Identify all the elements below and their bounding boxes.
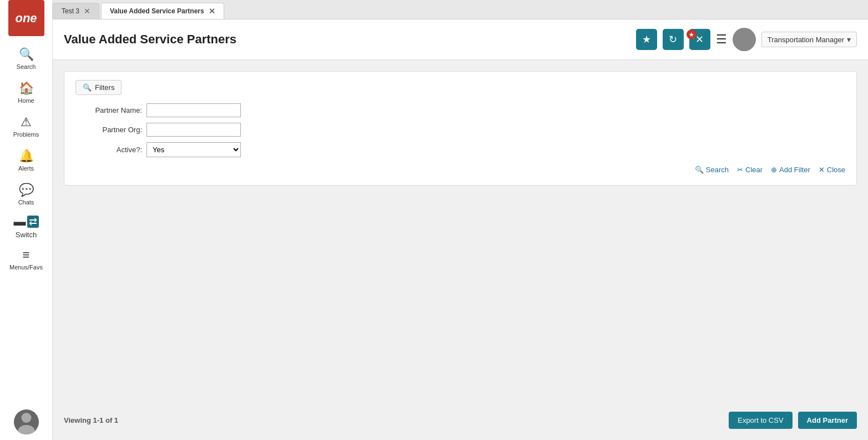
switch-arrows-icon: ⇄ [27, 216, 39, 228]
sidebar-item-label: Switch [16, 231, 37, 239]
user-avatar-header[interactable] [733, 28, 756, 51]
star-icon: ★ [642, 33, 651, 46]
menu-icon: ≡ [23, 248, 30, 262]
viewing-range: 1-1 [93, 416, 105, 424]
dropdown-arrow-icon: ▾ [847, 35, 851, 44]
scissors-icon: ✂ [737, 166, 743, 174]
sidebar-item-alerts[interactable]: 🔔 Alerts [0, 143, 52, 177]
clear-link-label: Clear [745, 166, 763, 174]
active-select[interactable]: Yes No All [147, 142, 241, 157]
plus-icon: ⊕ [771, 166, 777, 174]
sidebar-avatar[interactable] [14, 409, 39, 434]
sidebar-item-label: Alerts [18, 165, 34, 172]
sidebar-item-menus[interactable]: ≡ Menus/Favs [0, 242, 52, 276]
svg-point-2 [740, 31, 749, 40]
close-icon: ✕ [819, 166, 825, 174]
content-area: 🔍 Filters Partner Name: Partner Org: Act… [53, 60, 868, 440]
tab-label: Test 3 [62, 7, 79, 15]
warning-icon: ⚠ [21, 115, 32, 129]
partner-org-input[interactable] [147, 123, 241, 137]
sidebar-item-label: Search [17, 63, 36, 70]
viewing-label: Viewing [64, 416, 91, 424]
filter-row-partner-name: Partner Name: [75, 103, 845, 117]
search-link[interactable]: 🔍 Search [695, 166, 729, 174]
user-dropdown[interactable]: Transportation Manager ▾ [761, 32, 857, 47]
tab-test3[interactable]: Test 3 ✕ [53, 3, 99, 19]
add-filter-link[interactable]: ⊕ Add Filter [771, 166, 810, 174]
filters-panel: 🔍 Filters Partner Name: Partner Org: Act… [64, 71, 857, 186]
notification-badge: ★ [687, 29, 697, 39]
tab-vasp[interactable]: Value Added Service Partners ✕ [101, 3, 224, 19]
notifications-icon[interactable]: ☰ [716, 32, 727, 46]
filter-actions: 🔍 Search ✂ Clear ⊕ Add Filter ✕ Close [75, 166, 845, 174]
logo-text: one [15, 11, 37, 26]
page-title: Value Added Service Partners [64, 32, 236, 47]
sidebar-item-switch[interactable]: ▬ ⇄ Switch [0, 211, 52, 242]
sidebar-item-label: Menus/Favs [9, 264, 43, 271]
filters-tab-label: Filters [95, 83, 114, 92]
sidebar-item-search[interactable]: 🔍 Search [0, 42, 52, 76]
sidebar-item-home[interactable]: 🏠 Home [0, 76, 52, 109]
svg-point-0 [21, 413, 31, 423]
tab-label: Value Added Service Partners [110, 7, 204, 15]
filters-tab[interactable]: 🔍 Filters [75, 80, 122, 95]
header-right: ★ ↻ ✕ ☰ ★ Transportation [636, 28, 857, 51]
active-label: Active?: [75, 146, 142, 154]
refresh-icon: ↻ [669, 33, 677, 46]
svg-point-1 [18, 425, 34, 434]
refresh-button[interactable]: ↻ [663, 29, 684, 50]
tab-close-vasp[interactable]: ✕ [209, 7, 215, 15]
filter-row-active: Active?: Yes No All [75, 142, 845, 157]
filter-row-partner-org: Partner Org: [75, 123, 845, 137]
viewing-total: 1 [114, 416, 118, 424]
app-logo[interactable]: one [8, 0, 44, 36]
add-filter-link-label: Add Filter [779, 166, 810, 174]
user-name: Transportation Manager [768, 36, 844, 44]
search-link-label: Search [706, 166, 729, 174]
sidebar: one 🔍 Search 🏠 Home ⚠ Problems 🔔 Alerts … [0, 0, 53, 440]
main-content: Test 3 ✕ Value Added Service Partners ✕ … [53, 0, 868, 440]
bell-icon: 🔔 [19, 149, 34, 163]
viewing-of: of [105, 416, 112, 424]
content-footer: Viewing 1-1 of 1 Export to CSV Add Partn… [64, 403, 857, 429]
viewing-text: Viewing 1-1 of 1 [64, 416, 118, 424]
sidebar-item-label: Chats [18, 199, 34, 206]
close-link-label: Close [827, 166, 845, 174]
partner-name-label: Partner Name: [75, 106, 142, 114]
switch-icons: ▬ ⇄ [14, 214, 39, 229]
filter-icon: 🔍 [83, 83, 92, 92]
notification-area: ☰ ★ [716, 32, 727, 47]
search-icon: 🔍 [695, 166, 704, 174]
user-avatar-sidebar [14, 409, 39, 434]
svg-point-3 [736, 42, 752, 51]
close-link[interactable]: ✕ Close [819, 166, 845, 174]
sidebar-item-label: Problems [13, 131, 39, 138]
footer-buttons: Export to CSV Add Partner [729, 412, 857, 429]
partner-org-label: Partner Org: [75, 126, 142, 134]
add-partner-button[interactable]: Add Partner [798, 412, 857, 429]
sidebar-item-label: Home [18, 97, 34, 104]
close-icon: ✕ [695, 33, 704, 46]
home-icon: 🏠 [19, 81, 34, 96]
partner-name-input[interactable] [147, 103, 241, 117]
page-header: Value Added Service Partners ★ ↻ ✕ ☰ ★ [53, 19, 868, 60]
export-csv-button[interactable]: Export to CSV [729, 412, 792, 429]
search-icon: 🔍 [19, 47, 34, 62]
chat-icon: 💬 [19, 183, 34, 197]
sidebar-item-problems[interactable]: ⚠ Problems [0, 109, 52, 143]
switch-screen-icon: ▬ [14, 214, 26, 229]
tabs-bar: Test 3 ✕ Value Added Service Partners ✕ [53, 0, 868, 19]
tab-close-test3[interactable]: ✕ [84, 7, 90, 15]
clear-link[interactable]: ✂ Clear [737, 166, 763, 174]
sidebar-item-chats[interactable]: 💬 Chats [0, 177, 52, 211]
star-button[interactable]: ★ [636, 29, 657, 50]
